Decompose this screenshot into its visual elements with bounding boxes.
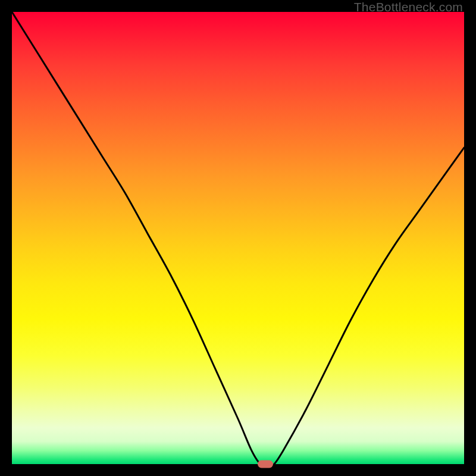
plot-area xyxy=(12,12,464,464)
curve-path xyxy=(12,12,464,464)
chart-frame: TheBottleneck.com xyxy=(0,0,476,476)
bottleneck-curve xyxy=(12,12,464,464)
watermark-text: TheBottleneck.com xyxy=(354,0,463,14)
minimum-marker xyxy=(258,461,273,468)
